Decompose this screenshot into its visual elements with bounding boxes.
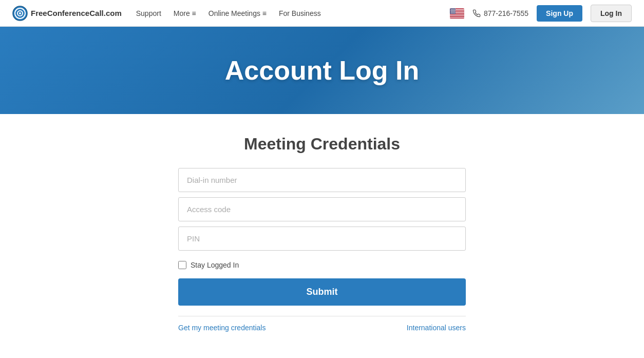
- svg-point-24: [452, 9, 452, 10]
- svg-point-38: [452, 11, 453, 12]
- svg-point-43: [453, 12, 453, 13]
- phone-number: 877-216-7555: [484, 9, 528, 17]
- navbar: FreeConferenceCall.com Support More ≡ On…: [0, 0, 644, 27]
- stay-logged-in-row: Stay Logged In: [178, 261, 466, 269]
- logo-icon: [12, 6, 28, 21]
- hero-banner: Account Log In: [0, 27, 644, 114]
- svg-point-34: [453, 11, 453, 11]
- svg-point-42: [452, 12, 452, 13]
- form-links: Get my meeting credentials International…: [178, 324, 466, 332]
- svg-rect-14: [450, 16, 464, 17]
- brand-logo[interactable]: FreeConferenceCall.com: [12, 6, 122, 21]
- main-content: Meeting Credentials Stay Logged In Submi…: [0, 114, 644, 358]
- svg-point-31: [455, 10, 456, 10]
- svg-rect-16: [450, 17, 464, 18]
- svg-point-20: [452, 8, 453, 9]
- svg-point-27: [450, 10, 451, 10]
- svg-point-18: [450, 8, 451, 9]
- form-divider: [178, 316, 466, 316]
- login-button[interactable]: Log In: [591, 5, 632, 22]
- nav-more[interactable]: More ≡: [174, 9, 196, 17]
- svg-point-32: [451, 11, 451, 11]
- svg-point-36: [450, 11, 451, 12]
- svg-point-41: [451, 12, 451, 13]
- svg-point-39: [453, 11, 454, 12]
- signup-button[interactable]: Sign Up: [537, 5, 582, 22]
- svg-rect-11: [450, 13, 464, 14]
- svg-point-33: [452, 11, 452, 11]
- svg-point-19: [451, 8, 452, 9]
- hero-title: Account Log In: [225, 55, 419, 86]
- svg-point-3: [19, 12, 21, 14]
- get-credentials-link[interactable]: Get my meeting credentials: [178, 324, 266, 332]
- svg-point-22: [455, 8, 456, 9]
- nav-for-business[interactable]: For Business: [279, 9, 321, 17]
- svg-point-44: [454, 12, 454, 13]
- stay-logged-in-checkbox[interactable]: [178, 261, 186, 269]
- nav-links: Support More ≡ Online Meetings ≡ For Bus…: [136, 9, 450, 17]
- nav-right: 877-216-7555 Sign Up Log In: [450, 5, 632, 22]
- svg-rect-15: [450, 16, 464, 17]
- svg-point-37: [451, 11, 452, 12]
- svg-rect-13: [450, 15, 464, 16]
- stay-logged-in-label[interactable]: Stay Logged In: [191, 261, 239, 269]
- dial-in-input[interactable]: [178, 168, 466, 192]
- svg-point-21: [453, 8, 454, 9]
- access-code-input[interactable]: [178, 197, 466, 221]
- section-title: Meeting Credentials: [244, 135, 400, 154]
- svg-point-25: [453, 9, 453, 10]
- svg-point-35: [454, 11, 454, 11]
- flag-icon[interactable]: [450, 8, 464, 18]
- international-users-link[interactable]: International users: [407, 324, 466, 332]
- svg-point-28: [451, 10, 452, 10]
- svg-point-30: [453, 10, 454, 10]
- submit-button[interactable]: Submit: [178, 278, 466, 306]
- phone-icon: [472, 9, 481, 17]
- phone-info: 877-216-7555: [472, 9, 528, 17]
- svg-point-23: [451, 9, 451, 10]
- svg-rect-12: [450, 14, 464, 15]
- brand-name: FreeConferenceCall.com: [31, 9, 122, 17]
- svg-point-26: [454, 9, 454, 10]
- login-form: Stay Logged In Submit Get my meeting cre…: [178, 168, 466, 332]
- nav-online-meetings[interactable]: Online Meetings ≡: [209, 9, 267, 17]
- svg-point-40: [455, 11, 456, 12]
- nav-support[interactable]: Support: [136, 9, 161, 17]
- pin-input[interactable]: [178, 227, 466, 251]
- svg-point-29: [452, 10, 453, 10]
